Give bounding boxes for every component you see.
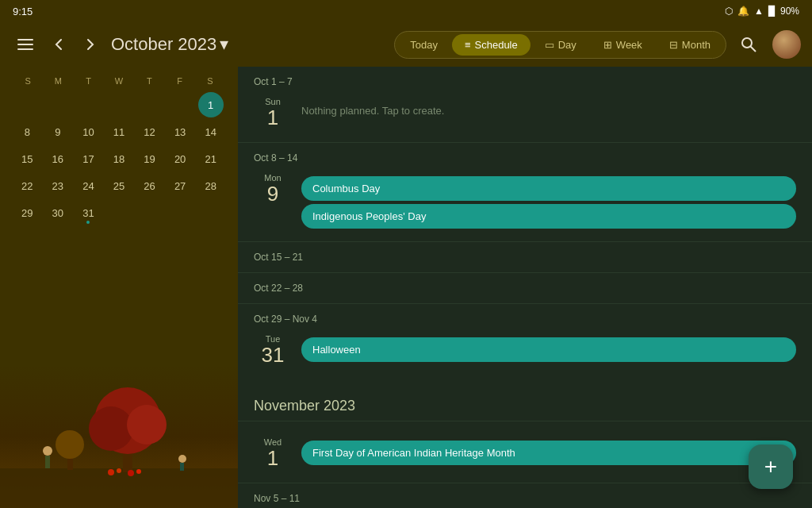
mini-cal-cell-26[interactable]: 26 (135, 173, 164, 198)
dropdown-icon: ▾ (220, 34, 228, 55)
week-range-oct22: Oct 22 – 28 (254, 283, 796, 294)
day-row-oct1: Sun 1 Nothing planned. Tap to create. (254, 90, 796, 136)
menu-button[interactable] (10, 29, 41, 60)
day-button[interactable]: ▭ Day (532, 34, 589, 56)
day-events-nov1: First Day of American Indian Heritage Mo… (301, 437, 796, 465)
day-label-t2: T (134, 73, 164, 89)
day-label-m: M (43, 73, 73, 89)
mini-cal-cell-16[interactable]: 16 (44, 146, 73, 171)
schedule-panel[interactable]: Oct 1 – 7 Sun 1 Nothing planned. Tap to … (238, 67, 812, 508)
schedule-button[interactable]: ≡ Schedule (452, 34, 530, 56)
mini-cal-cell-12[interactable]: 12 (135, 119, 164, 144)
day-label-s1: S (13, 73, 43, 89)
svg-point-12 (43, 446, 52, 456)
day-row-oct31: Tue 31 Halloween (254, 328, 796, 373)
mini-cal-cell-25[interactable]: 25 (105, 173, 134, 198)
next-month-button[interactable] (76, 30, 105, 59)
mini-cal-cell-17[interactable]: 17 (74, 146, 103, 171)
month-button[interactable]: ⊟ Month (657, 34, 723, 56)
mini-cal-cell-22[interactable]: 22 (13, 173, 42, 198)
status-bar: 9:15 ⬡ 🔔 ▲ ▉ 90% (0, 0, 812, 22)
view-controls: Today ≡ Schedule ▭ Day ⊞ Week ⊟ Month (394, 29, 802, 60)
mini-cal-cell-27[interactable]: 27 (166, 173, 195, 198)
avatar[interactable] (771, 29, 802, 60)
svg-point-8 (89, 406, 133, 451)
week-range-oct15: Oct 15 – 21 (254, 252, 796, 263)
day-label-s2: S (195, 73, 225, 89)
mini-cal-cell-11[interactable]: 11 (105, 119, 134, 144)
svg-point-19 (136, 469, 141, 474)
svg-point-9 (127, 405, 167, 444)
mini-cal-cell-1[interactable]: 1 (198, 92, 224, 117)
mini-cal-cell-10[interactable]: 10 (74, 119, 103, 144)
event-ai-heritage[interactable]: First Day of American Indian Heritage Mo… (301, 441, 796, 465)
mini-cal-cell-18[interactable]: 18 (105, 146, 134, 171)
nav-arrows (44, 30, 105, 59)
mini-cal-cell-19[interactable]: 19 (135, 146, 164, 171)
svg-rect-15 (180, 463, 184, 471)
week-range-oct29: Oct 29 – Nov 4 (254, 314, 796, 325)
day-label-t1: T (74, 73, 104, 89)
svg-point-17 (117, 468, 121, 473)
mini-cal-cell-31[interactable]: 31 (74, 200, 103, 225)
day-events-oct1: Nothing planned. Tap to create. (301, 97, 796, 117)
battery-icon: ▉ (768, 6, 776, 17)
day-indicator-nov1: Wed 1 (254, 437, 292, 470)
svg-point-14 (178, 455, 186, 463)
day-num-nov1: 1 (254, 447, 292, 470)
mini-cal-cell-29[interactable]: 29 (13, 200, 42, 225)
mini-cal-cell-9[interactable]: 9 (44, 119, 73, 144)
day-row-nov1: Wed 1 First Day of American Indian Herit… (254, 431, 796, 476)
fab-add-button[interactable]: + (749, 444, 793, 489)
svg-rect-2 (17, 48, 33, 50)
mini-cal-grid: 1 8 9 10 11 12 13 14 15 16 17 18 19 20 2… (13, 92, 225, 225)
week-section-oct22: Oct 22 – 28 (238, 273, 812, 303)
today-button[interactable]: Today (397, 34, 450, 56)
event-halloween[interactable]: Halloween (301, 337, 796, 362)
day-events-oct31: Halloween (301, 334, 796, 362)
mini-cal-cell-23[interactable]: 23 (44, 173, 73, 198)
svg-rect-1 (17, 44, 33, 45)
battery-percent: 90% (780, 6, 799, 17)
mini-cal-cell-28[interactable]: 28 (196, 173, 225, 198)
week-range-oct8: Oct 8 – 14 (254, 152, 796, 164)
month-icon: ⊟ (669, 39, 678, 51)
week-section-nov5: Nov 5 – 11 Sun 5 Daylight Saving Time en… (238, 483, 812, 508)
day-events-oct9: Columbus Day Indigenous Peoples' Day (301, 173, 796, 229)
week-button[interactable]: ⊞ Week (591, 34, 655, 56)
month-title[interactable]: October 2023 ▾ (111, 34, 228, 55)
mini-cal-cell-24[interactable]: 24 (74, 173, 103, 198)
svg-rect-0 (17, 39, 33, 40)
svg-point-16 (108, 469, 114, 475)
mini-cal-cell-30[interactable]: 30 (44, 200, 73, 225)
prev-month-button[interactable] (44, 30, 73, 59)
week-range-nov5: Nov 5 – 11 (254, 493, 796, 504)
illustration-svg (0, 365, 238, 508)
day-icon: ▭ (545, 39, 554, 51)
svg-rect-13 (45, 456, 50, 468)
schedule-icon: ≡ (465, 39, 471, 51)
week-section-oct8: Oct 8 – 14 Mon 9 Columbus Day Indigenous… (238, 143, 812, 241)
svg-rect-5 (0, 468, 238, 508)
week-section-oct1: Oct 1 – 7 Sun 1 Nothing planned. Tap to … (238, 67, 812, 142)
day-row-oct9: Mon 9 Columbus Day Indigenous Peoples' D… (254, 167, 796, 235)
day-num-oct9: 9 (254, 183, 292, 206)
status-time: 9:15 (13, 6, 33, 17)
day-indicator-oct1: Sun 1 (254, 97, 292, 129)
event-columbus-day[interactable]: Columbus Day (301, 176, 796, 201)
week-section-oct29: Oct 29 – Nov 4 Tue 31 Halloween (238, 304, 812, 379)
status-icons: ⬡ 🔔 ▲ ▉ 90% (725, 6, 799, 17)
mini-cal-cell-8[interactable]: 8 (13, 119, 42, 144)
mini-calendar: S M T W T F S 1 8 9 10 11 12 13 14 15 16… (0, 67, 238, 232)
mini-cal-cell-15[interactable]: 15 (13, 146, 42, 171)
mini-cal-cell-21[interactable]: 21 (196, 146, 225, 171)
mini-cal-cell-14[interactable]: 14 (196, 119, 225, 144)
mini-cal-cell-20[interactable]: 20 (166, 146, 195, 171)
search-button[interactable] (733, 29, 764, 60)
mini-cal-cell-13[interactable]: 13 (166, 119, 195, 144)
day-label-w: W (104, 73, 134, 89)
day-num-oct31: 31 (254, 344, 292, 367)
view-btn-group: Today ≡ Schedule ▭ Day ⊞ Week ⊟ Month (394, 31, 726, 59)
event-indigenous-day[interactable]: Indigenous Peoples' Day (301, 204, 796, 229)
no-events-oct1[interactable]: Nothing planned. Tap to create. (301, 100, 796, 117)
